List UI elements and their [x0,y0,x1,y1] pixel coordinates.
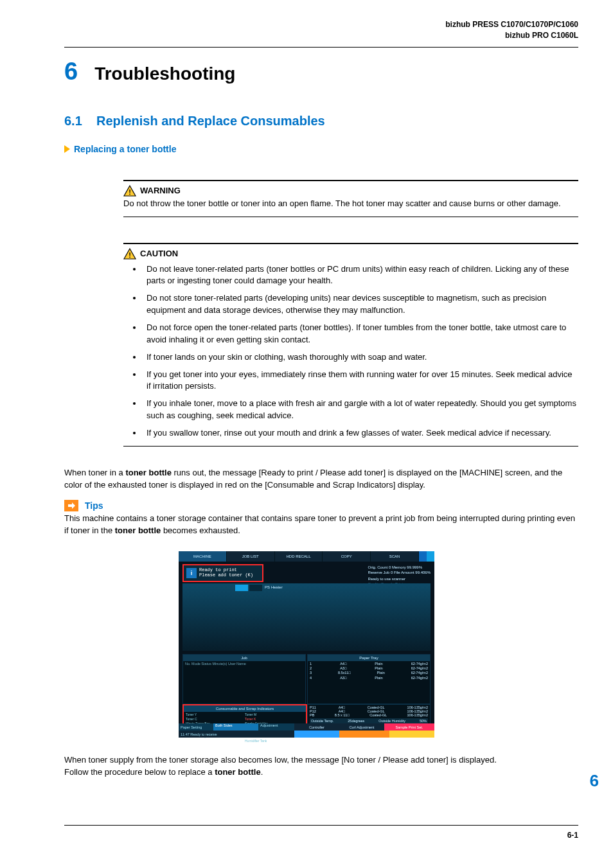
paragraph-after-shot: When toner supply from the toner storage… [64,754,578,779]
info-icon: i [186,568,197,578]
controller-btn[interactable]: Controller [294,723,339,731]
tab-copy[interactable]: COPY [323,551,371,562]
machine-screen-screenshot: MACHINE JOB LIST HDD RECALL COPY SCAN i … [179,551,434,738]
bottom-chip-1[interactable] [294,731,339,738]
side-page-number: 6 [590,771,599,791]
chapter-number: 6 [64,58,78,85]
footer-divider [64,825,578,826]
screen-top-tabs: MACHINE JOB LIST HDD RECALL COPY SCAN [179,551,434,562]
caution-item: Do not leave toner-related parts (toner … [143,263,578,288]
extra-tray-row: PB8.5 x 11□Coated-GL106-135g/m2 [310,713,428,717]
sample-print-btn[interactable]: Sample Print Set. [384,723,434,731]
caution-triangle-icon: ! [123,248,136,260]
curl-adjustment-btn[interactable]: Curl Adjustment [339,723,384,731]
caution-item: Do not store toner-related parts (develo… [143,292,578,317]
paragraph-before-tips: When toner in a toner bottle runs out, t… [64,467,578,492]
both-sides-btn[interactable]: Both Sides [213,723,258,731]
arrow-right-icon [64,145,70,153]
screen-bottom-bar: Paper Setting Both Sides Adjustment Cont… [179,723,434,738]
svg-text:!: ! [129,251,131,259]
caution-item: If you get toner into your eyes, immedia… [143,369,578,393]
consumable-item: Toner M [245,713,304,717]
ps-heater-label: PS Heater [265,585,283,589]
paper-header: Paper Tray [308,655,430,661]
section-number: 6.1 [64,114,82,128]
consumable-item-empty: Toner K [245,717,304,722]
para-after-line1: When toner supply from the toner storage… [64,754,578,766]
subsection-title: Replacing a toner bottle [74,144,176,154]
tips-icon [64,500,78,511]
consumable-header: Consumable and Scrap Indicators [184,705,306,712]
ps-heater-on-btn[interactable] [235,585,248,591]
help-icon[interactable] [427,551,434,562]
caution-label: CAUTION [140,249,178,258]
caution-block: ! CAUTION Do not leave toner-related par… [123,243,578,447]
tips-text: This machine contains a toner storage co… [64,513,578,537]
section-heading: 6.1 Replenish and Replace Consumables [64,114,578,128]
caution-bullets: Do not leave toner-related parts (toner … [123,263,578,439]
bottom-chip-2[interactable] [339,731,389,738]
caution-item: Do not force open the toner-related part… [143,322,578,346]
paper-row: 2A3□Plain62-74g/m2 [310,666,428,671]
consumable-item: Toner Y [186,713,245,717]
header-line-1: bizhub PRESS C1070/C1070P/C1060 [64,19,578,30]
tab-scan[interactable]: SCAN [371,551,419,562]
svg-marker-4 [68,502,75,509]
adjustment-btn[interactable]: Adjustment [258,723,294,731]
jobs-header: Job [183,655,305,661]
footer-page-number: 6-1 [64,831,578,840]
tab-hddrecall[interactable]: HDD RECALL [275,551,323,562]
header-divider [64,47,578,48]
tab-joblist[interactable]: JOB LIST [227,551,275,562]
subsection-heading: Replacing a toner bottle [64,144,578,154]
tab-machine[interactable]: MACHINE [179,551,227,562]
paper-row: 38.5x11□Plain62-74g/m2 [310,671,428,675]
chapter-title: Troubleshooting [94,64,235,84]
warning-text: Do not throw the toner bottle or toner i… [123,198,578,210]
paper-row: 1A4□Plain62-74g/m2 [310,662,428,666]
paper-tray-pane: Paper Tray 1A4□Plain62-74g/m2 2A3□Plain6… [307,654,431,704]
warning-label: WARNING [140,186,181,195]
machine-diagram-panel: PS Heater [182,583,431,651]
caution-item: If toner lands on your skin or clothing,… [143,351,578,364]
tips-label: Tips [85,500,103,511]
warning-block: ! WARNING Do not throw the toner bottle … [123,180,578,217]
consumable-item: Toner C [186,717,245,722]
ready-message-box: i Ready to print Please add toner (K) [182,564,263,582]
chapter-heading: 6 Troubleshooting [64,58,578,85]
consumable-item: Humidifier Tank [245,739,304,743]
status-ready-receive: 11:47 Ready to receive [179,731,294,738]
svg-text:!: ! [129,188,131,196]
warning-triangle-icon: ! [123,185,136,197]
home-icon[interactable] [419,551,427,562]
paper-setting-btn[interactable]: Paper Setting [179,723,213,731]
caution-item: If you inhale toner, move to a place wit… [143,398,578,422]
header-model-lines: bizhub PRESS C1070/C1070P/C1060 bizhub P… [64,19,578,42]
bottom-chip-3[interactable] [389,731,434,738]
tips-heading: Tips [64,500,578,511]
header-line-2: bizhub PRO C1060L [64,30,578,41]
ps-heater-off-btn[interactable] [249,585,262,591]
caution-item: If you swallow toner, rinse out your mou… [143,427,578,439]
ready-line-2: Please add toner (K) [199,573,253,578]
jobs-columns: No. Mode Status Minute(s) User Name [185,662,303,666]
jobs-pane: Job No. Mode Status Minute(s) User Name [182,654,306,704]
section-title: Replenish and Replace Consumables [96,114,325,128]
paper-row: 4A3□Plain62-74g/m2 [310,676,428,680]
